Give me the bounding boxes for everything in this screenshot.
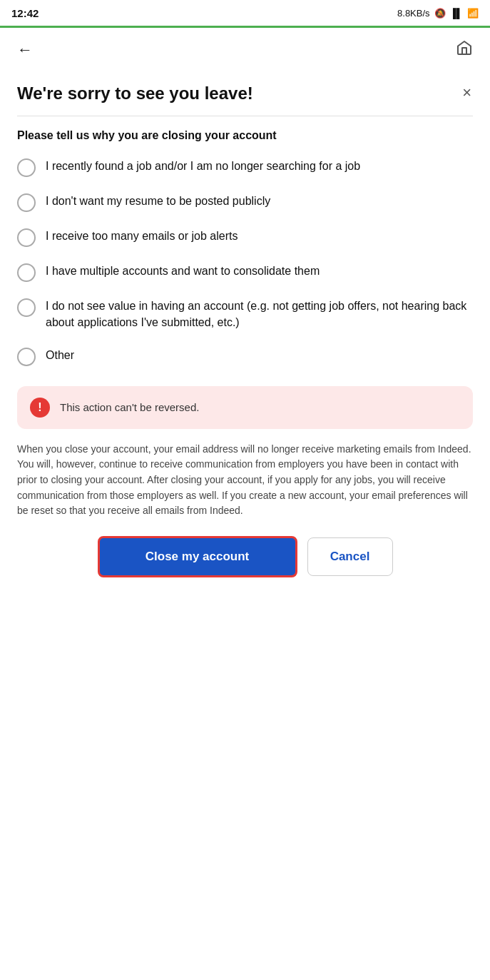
- radio-circle-1: [17, 158, 36, 177]
- page-title: We're sorry to see you leave!: [17, 84, 461, 104]
- radio-circle-5: [17, 298, 36, 317]
- wifi-icon: 📶: [467, 8, 479, 19]
- divider-top: [17, 116, 473, 116]
- close-account-button[interactable]: Close my account: [98, 536, 297, 577]
- warning-text: This action can't be reversed.: [60, 401, 199, 413]
- network-speed: 8.8KB/s: [397, 8, 430, 19]
- home-icon: [456, 39, 473, 56]
- status-right: 8.8KB/s 🔕 ▐▌ 📶: [397, 8, 479, 19]
- radio-item-1[interactable]: I recently found a job and/or I am no lo…: [17, 158, 473, 177]
- header-row: We're sorry to see you leave! ×: [17, 84, 473, 104]
- nav-bar: ←: [0, 28, 490, 72]
- main-content: We're sorry to see you leave! × Please t…: [0, 72, 490, 599]
- section-label: Please tell us why you are closing your …: [17, 128, 473, 143]
- radio-item-5[interactable]: I do not see value in having an account …: [17, 298, 473, 330]
- radio-item-3[interactable]: I receive too many emails or job alerts: [17, 228, 473, 247]
- radio-group: I recently found a job and/or I am no lo…: [17, 158, 473, 365]
- warning-icon: !: [30, 398, 50, 418]
- back-button[interactable]: ←: [14, 38, 36, 62]
- signal-icon: ▐▌: [450, 8, 463, 19]
- radio-label-6: Other: [46, 347, 74, 363]
- cancel-button[interactable]: Cancel: [307, 537, 393, 576]
- radio-label-1: I recently found a job and/or I am no lo…: [46, 158, 360, 174]
- radio-label-3: I receive too many emails or job alerts: [46, 228, 238, 244]
- radio-circle-4: [17, 263, 36, 282]
- radio-item-4[interactable]: I have multiple accounts and want to con…: [17, 263, 473, 282]
- radio-item-6[interactable]: Other: [17, 347, 473, 366]
- status-time: 12:42: [11, 7, 39, 19]
- bell-icon: 🔕: [434, 8, 446, 19]
- radio-label-5: I do not see value in having an account …: [46, 298, 473, 330]
- description-text: When you close your account, your email …: [17, 442, 473, 519]
- radio-circle-6: [17, 348, 36, 366]
- status-bar: 12:42 8.8KB/s 🔕 ▐▌ 📶: [0, 0, 490, 26]
- radio-label-4: I have multiple accounts and want to con…: [46, 263, 320, 279]
- radio-label-2: I don't want my resume to be posted publ…: [46, 193, 270, 209]
- close-button[interactable]: ×: [461, 84, 473, 102]
- radio-circle-2: [17, 193, 36, 212]
- buttons-row: Close my account Cancel: [17, 536, 473, 577]
- radio-circle-3: [17, 228, 36, 247]
- home-button[interactable]: [453, 36, 476, 64]
- warning-box: ! This action can't be reversed.: [17, 386, 473, 429]
- radio-item-2[interactable]: I don't want my resume to be posted publ…: [17, 193, 473, 212]
